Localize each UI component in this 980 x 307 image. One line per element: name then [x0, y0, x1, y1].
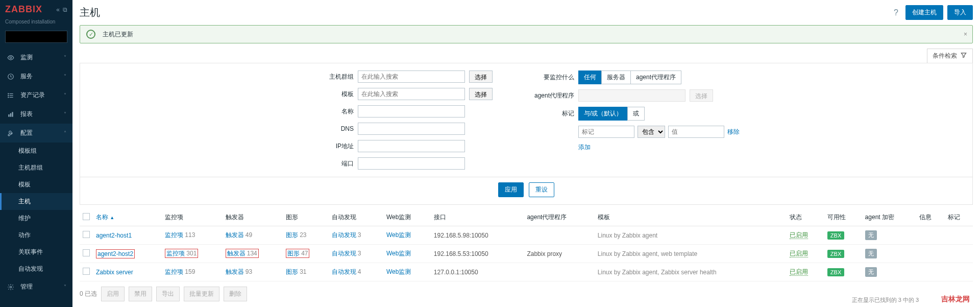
row-checkbox[interactable] [83, 249, 90, 256]
nav-list[interactable]: 资产记录˅ [0, 86, 72, 105]
nav-chart[interactable]: 报表˅ [0, 105, 72, 124]
reset-button[interactable]: 重设 [529, 182, 554, 197]
seg-proxy[interactable]: agent代理程序 [630, 70, 681, 84]
col-template: 模板 [595, 209, 787, 226]
status-link[interactable]: 已启用 [790, 231, 808, 239]
zbx-badge[interactable]: ZBX [827, 231, 844, 240]
web-link[interactable]: Web监测 [386, 250, 411, 257]
zbx-badge[interactable]: ZBX [827, 250, 844, 258]
graphs-link[interactable]: 图形 [287, 250, 300, 257]
proxy-select-disabled: 选择 [690, 89, 713, 102]
col-triggers[interactable]: 触发器 [223, 209, 283, 226]
tag-remove-link[interactable]: 移除 [727, 128, 740, 136]
row-checkbox[interactable] [83, 231, 90, 238]
subnav-item[interactable]: 关联事件 [0, 244, 72, 261]
discovery-link[interactable]: 自动发现 [332, 268, 356, 275]
discovery-link[interactable]: 自动发现 [332, 250, 356, 257]
nav-label: 配置 [20, 129, 33, 137]
status-link[interactable]: 已启用 [790, 268, 808, 276]
select-all-checkbox[interactable] [83, 213, 90, 220]
subnav-item[interactable]: 主机 [0, 193, 72, 210]
subnav-item[interactable]: 模板 [0, 176, 72, 193]
triggers-link[interactable]: 触发器 [226, 268, 244, 275]
subnav-item[interactable]: 自动发现 [0, 261, 72, 277]
tag-add-link[interactable]: 添加 [578, 143, 591, 152]
name-input[interactable] [358, 105, 465, 117]
bulk-update[interactable]: 批量更新 [184, 287, 219, 301]
dns-input[interactable] [358, 123, 465, 135]
subnav-item[interactable]: 动作 [0, 227, 72, 244]
svg-point-8 [8, 95, 9, 96]
import-button[interactable]: 导入 [947, 5, 973, 20]
bulk-export[interactable]: 导出 [156, 287, 180, 301]
sidebar-search[interactable] [5, 31, 67, 43]
collapse-icon[interactable]: « [56, 6, 60, 13]
col-info: 信息 [916, 209, 944, 226]
web-link[interactable]: Web监测 [386, 268, 411, 275]
graphs-link[interactable]: 图形 [286, 268, 298, 275]
col-items[interactable]: 监控项 [162, 209, 222, 226]
tag-op-select[interactable]: 包含 [638, 126, 665, 138]
popout-icon[interactable]: ⧉ [63, 6, 67, 13]
apply-button[interactable]: 应用 [498, 182, 524, 197]
label-ip: IP地址 [313, 142, 354, 151]
hostgroup-input[interactable] [358, 70, 465, 83]
triggers-link[interactable]: 触发器 [227, 250, 246, 257]
graphs-count: 31 [300, 268, 306, 275]
nav-gear[interactable]: 管理˅ [0, 277, 72, 296]
seg-server[interactable]: 服务器 [601, 70, 631, 84]
help-icon[interactable]: ? [894, 8, 898, 17]
port-input[interactable] [358, 157, 465, 170]
web-link[interactable]: Web监测 [386, 231, 411, 239]
graphs-link[interactable]: 图形 [286, 231, 298, 239]
bulk-delete[interactable]: 删除 [224, 287, 247, 301]
tag-value-input[interactable] [668, 126, 724, 138]
status-link[interactable]: 已启用 [790, 250, 808, 257]
template-cell[interactable]: Linux by Zabbix agent, Zabbix server hea… [598, 269, 717, 276]
items-link[interactable]: 监控项 [165, 231, 183, 239]
host-link[interactable]: agent2-host1 [96, 232, 132, 239]
host-link[interactable]: Zabbix server [96, 269, 133, 276]
col-web[interactable]: Web监测 [383, 209, 431, 226]
nav-eye[interactable]: 监测˅ [0, 48, 72, 67]
seg-andor[interactable]: 与/或（默认） [578, 107, 628, 121]
monitor-segment[interactable]: 任何 服务器 agent代理程序 [578, 70, 681, 84]
proxy-cell [524, 226, 594, 245]
row-checkbox[interactable] [83, 268, 90, 275]
tag-name-input[interactable] [578, 126, 634, 138]
logo[interactable]: ZABBIX [5, 4, 42, 15]
template-input[interactable] [358, 88, 465, 100]
col-name[interactable]: 名称 ▲ [93, 209, 162, 226]
seg-any[interactable]: 任何 [578, 70, 602, 84]
hostgroup-select-button[interactable]: 选择 [469, 70, 493, 83]
create-host-button[interactable]: 创建主机 [905, 5, 943, 20]
template-select-button[interactable]: 选择 [469, 88, 493, 100]
zbx-badge[interactable]: ZBX [827, 268, 844, 276]
discovery-link[interactable]: 自动发现 [332, 231, 356, 239]
subnav-item[interactable]: 维护 [0, 210, 72, 227]
eye-icon [6, 54, 15, 61]
label-port: 端口 [313, 159, 354, 168]
brand-subtitle: Composed installation [0, 19, 72, 29]
ip-input[interactable] [358, 140, 465, 152]
template-cell[interactable]: Linux by Zabbix agent, web template [598, 250, 697, 257]
subnav-item[interactable]: 模板组 [0, 143, 72, 159]
close-icon[interactable]: × [964, 31, 967, 38]
triggers-link[interactable]: 触发器 [226, 231, 244, 239]
interface-cell: 192.168.5.98:10050 [431, 226, 524, 245]
subnav-item[interactable]: 主机群组 [0, 159, 72, 176]
seg-or[interactable]: 或 [627, 107, 645, 121]
filter-toggle[interactable]: 条件检索 [927, 49, 973, 63]
bulk-disable[interactable]: 禁用 [129, 287, 152, 301]
tag-segment[interactable]: 与/或（默认） 或 [578, 107, 645, 121]
nav-clock[interactable]: 服务˅ [0, 67, 72, 86]
items-link[interactable]: 监控项 [166, 250, 185, 257]
bulk-enable[interactable]: 启用 [101, 287, 125, 301]
col-discovery[interactable]: 自动发现 [329, 209, 383, 226]
host-link[interactable]: agent2-host2 [97, 250, 133, 257]
col-status[interactable]: 状态 [787, 209, 824, 226]
col-graphs[interactable]: 图形 [283, 209, 329, 226]
template-cell[interactable]: Linux by Zabbix agent [598, 232, 657, 239]
nav-wrench[interactable]: 配置˄ [0, 124, 72, 143]
items-link[interactable]: 监控项 [165, 268, 183, 275]
